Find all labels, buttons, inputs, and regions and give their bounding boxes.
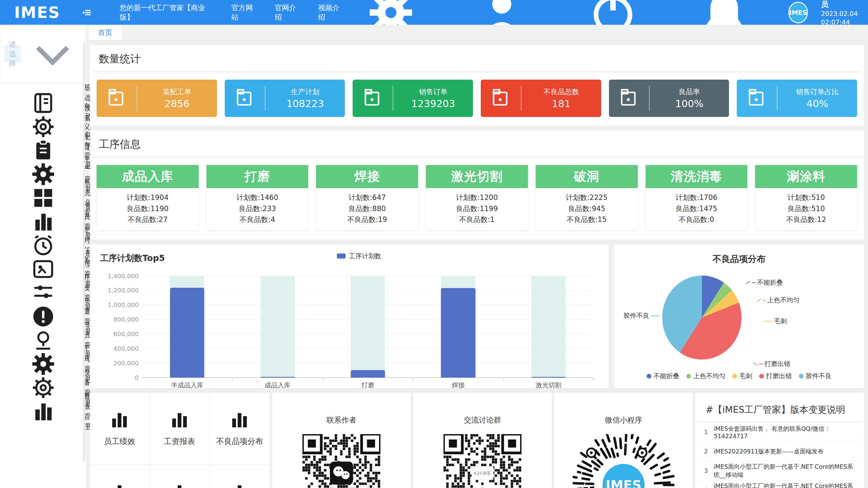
stat-label: 装配工单 (137, 87, 217, 97)
stat-label: 销售订单占比 (777, 87, 857, 97)
folder-icon (746, 88, 767, 109)
sidebar-scrollbar[interactable] (83, 41, 85, 461)
process-name: 破洞 (536, 165, 638, 188)
defect-pie-chart-panel: 不良品项分布 不能折叠 上色不均匀 毛刺 打磨出错 胶件不良 不能折叠 上色不均… (614, 244, 864, 388)
chevron-down-icon (24, 28, 81, 79)
x-axis-label: 半成品入库 (171, 381, 203, 390)
section-title-quantity: 数量统计 (90, 45, 864, 72)
process-name: 清洗消毒 (646, 165, 748, 188)
stat-card-defect-total: 不良品总数181 (481, 80, 601, 117)
stat-value: 1239203 (393, 98, 473, 109)
stat-value: 100% (650, 98, 729, 109)
report-salary[interactable]: 工资报表 (150, 393, 210, 465)
folder-icon (618, 88, 639, 109)
stat-label: 生产计划 (265, 87, 345, 97)
bar-chart-legend[interactable]: 工序计划数 (337, 252, 381, 261)
sidebar-item-equipment[interactable]: 设备管理 (0, 376, 86, 400)
bar-chart-icon (112, 483, 127, 488)
report-shortcuts-grid: 员工绩效 工资报表 不良品项分布 不良品项汇总 生产报表 产量统计 (90, 393, 270, 488)
process-name: 激光切割 (426, 165, 528, 188)
process-plan-count: 计划数:2225 (536, 192, 638, 203)
app-header: IMES 您的新一代工厂管家【商业版】 官方网站 官网介绍 视频介绍 IMES … (0, 0, 868, 25)
pie-legend-item[interactable]: 毛刺 (732, 372, 752, 381)
process-name: 涮涂料 (755, 165, 857, 188)
pie-label-glue-defect: 胶件不良 (624, 311, 659, 320)
process-plan-bar-chart-panel: 工序计划数Top5 工序计划数 1,400,0001,200,0001,000,… (90, 244, 609, 388)
report-defect-summary[interactable]: 不良品项汇总 (90, 465, 150, 488)
alarm-clock-icon (9, 233, 77, 257)
bar-chart-icon (172, 483, 187, 488)
process-bad-count: 不良品数:15 (536, 214, 638, 225)
stat-label: 不良品总数 (521, 87, 601, 97)
pie-label-burr: 毛刺 (764, 317, 787, 326)
tab-bar: 首页 (86, 25, 868, 41)
app-title: 您的新一代工厂管家【商业版】 (120, 3, 208, 22)
process-good-count: 良品数:510 (755, 203, 857, 215)
report-production[interactable]: 生产报表 (150, 465, 210, 488)
sidebar-item-quality[interactable]: 质量管理 (0, 305, 86, 328)
bar-半成品入库 (170, 288, 204, 378)
sidebar-collapse-button[interactable] (80, 6, 92, 19)
bar-chart-icon (172, 410, 187, 427)
discussion-group-panel: 交流讨论群 625博客 群名称:625博客 群 号:200884004 (413, 393, 552, 488)
bar-background-band (531, 276, 566, 378)
sidebar-item-basic-data[interactable]: 基础数据 (0, 91, 86, 115)
nav-official-site[interactable]: 官方网站 (232, 3, 255, 22)
sidebar-item-tool-mgmt[interactable]: 工具管理 (0, 352, 86, 376)
avatar[interactable]: IMES (788, 2, 808, 23)
qr-title-miniprogram: 微信小程序 (605, 415, 642, 425)
sidebar-item-report-mgmt[interactable]: 报表管理 (0, 210, 86, 233)
stat-value: 181 (521, 98, 601, 109)
bar-chart-plot: 1,400,0001,200,0001,000,000800,000600,00… (102, 276, 595, 378)
stat-value: 40% (777, 98, 857, 109)
pie-legend-item[interactable]: 不能折叠 (647, 372, 679, 381)
sidebar-item-system-settings[interactable]: 系统设置 (0, 186, 86, 210)
process-card-row: 成品入库计划数:1904良品数:1190不良品数:27 打磨计划数:1460良品… (90, 158, 864, 240)
tab-home[interactable]: 首页 (88, 25, 122, 40)
user-name: 超级管理员 (821, 0, 858, 9)
bar-chart-icon (232, 410, 247, 427)
changelog-item: 2iMES20220911版本更新——桌面端发布 (698, 442, 861, 461)
y-axis-tick: 1,200,000 (107, 287, 139, 294)
frame-icon (9, 257, 77, 281)
y-axis-tick: 1,000,000 (107, 301, 139, 308)
qr-title-author: 联系作者 (327, 415, 356, 425)
process-bad-count: 不良品数:19 (316, 214, 418, 225)
report-output-stats[interactable]: 产量统计 (210, 465, 270, 488)
gear-solid-icon (9, 352, 77, 376)
sidebar-item-process-flow[interactable]: 流程管理 (0, 257, 86, 281)
process-good-count: 良品数:1190 (97, 203, 199, 215)
nav-site-intro[interactable]: 官网介绍 (275, 3, 298, 22)
sidebar-item-custom-config[interactable]: 自定义配置 (0, 115, 86, 139)
legend-chip (337, 253, 346, 259)
miniprogram-panel: 微信小程序 IMESS (554, 393, 693, 488)
bar-焊接 (441, 288, 475, 378)
sidebar-item-shift-mgmt[interactable]: 排班管理 (0, 328, 86, 352)
sidebar-item-inventory[interactable]: 库存管理 (0, 139, 86, 162)
report-defect-distribution[interactable]: 不良品项分布 (210, 393, 270, 465)
pie-legend-item[interactable]: 打磨出错 (759, 372, 792, 381)
sidebar-search-select[interactable]: 请选择 (1, 25, 84, 82)
pie-legend-item[interactable]: 胶件不良 (799, 372, 832, 381)
sidebar-item-kanban[interactable]: 看板管理 (0, 400, 86, 423)
sidebar-item-scheduled-tasks[interactable]: 定时任务 (0, 233, 86, 257)
nav-video-intro[interactable]: 视频介绍 (318, 3, 342, 22)
process-good-count: 良品数:1199 (426, 203, 528, 215)
sidebar-item-production[interactable]: 生产管理 (0, 162, 86, 186)
svg-text:625博客: 625博客 (474, 471, 491, 476)
y-axis-tick: 600,000 (114, 330, 139, 338)
pie-legend: 不能折叠 上色不均匀 毛刺 打磨出错 胶件不良 (614, 372, 864, 381)
changelog-item: 3iMES面向小型工厂的新一代基于.NET Core的MES系统__移动端 (698, 461, 861, 481)
pie-legend-item[interactable]: 上色不均匀 (686, 372, 726, 381)
folder-icon (234, 88, 255, 109)
sidebar-item-dev-mgmt[interactable]: 开发管理 (0, 281, 86, 305)
sliders-icon (9, 281, 77, 305)
person-icon (9, 328, 77, 352)
process-card: 打磨计划数:1460良品数:233不良品数:4 (206, 165, 309, 230)
bar-background-band (351, 276, 385, 378)
report-employee-performance[interactable]: 员工绩效 (90, 393, 150, 465)
pie-label-grind-error: 打磨出错 (753, 360, 790, 368)
bar-chart-icon (9, 400, 77, 423)
changelog-panel: #【iMES工厂管家】版本变更说明 1iMES全套源码出售， 有意的联系QQ/微… (695, 393, 864, 488)
bar-chart-icon (112, 410, 127, 427)
